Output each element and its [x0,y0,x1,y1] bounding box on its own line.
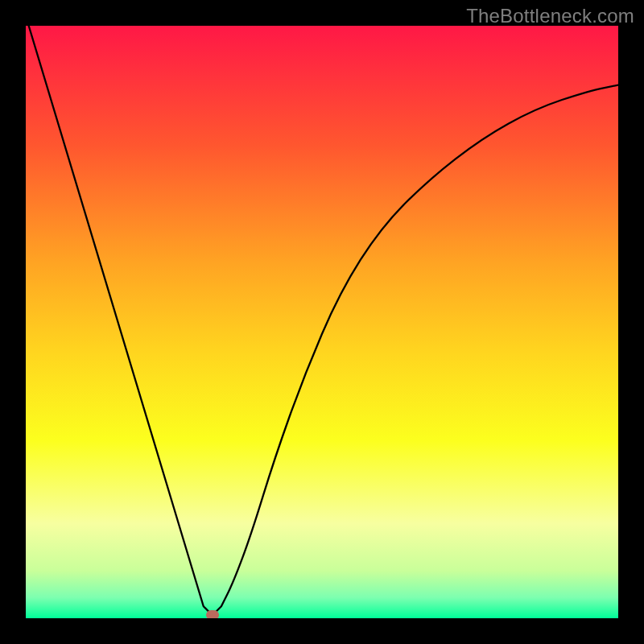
bottleneck-curve [26,26,618,618]
minimum-marker [206,610,219,618]
chart-frame: { "watermark": "TheBottleneck.com", "col… [0,0,644,644]
plot-area [26,26,618,618]
watermark-text: TheBottleneck.com [466,5,634,27]
